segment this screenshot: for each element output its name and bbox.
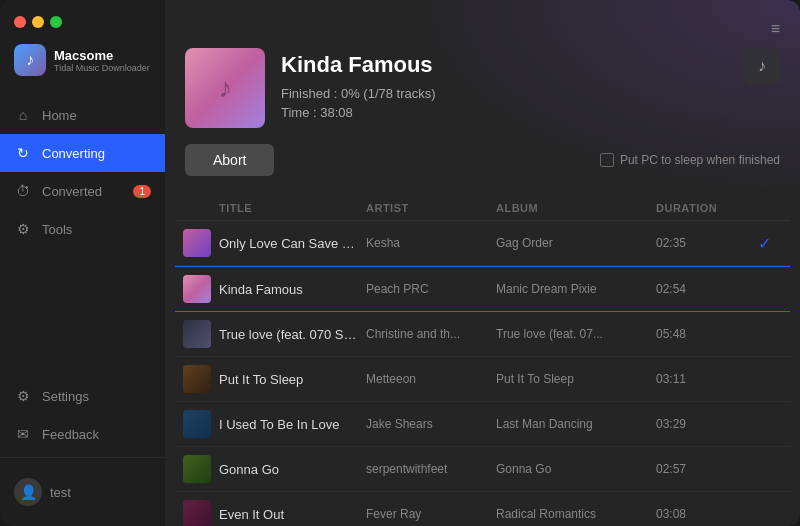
- track-thumb: [183, 500, 211, 526]
- sidebar: ♪ Macsome Tidal Music Downloader ⌂ Home …: [0, 0, 165, 526]
- track-album: Manic Dream Pixie: [496, 282, 656, 296]
- sidebar-item-converted-label: Converted: [42, 184, 102, 199]
- tools-icon: ⚙: [14, 220, 32, 238]
- user-avatar: 👤: [14, 478, 42, 506]
- sidebar-item-converting-label: Converting: [42, 146, 105, 161]
- track-artist: Peach PRC: [366, 282, 496, 296]
- album-actions: ♪: [744, 48, 780, 84]
- track-title: Put It To Sleep: [219, 372, 366, 387]
- track-table: TITLE ARTIST ALBUM DURATION Only Love Ca…: [165, 196, 800, 526]
- track-thumb: [183, 365, 211, 393]
- close-button[interactable]: [14, 16, 26, 28]
- sidebar-item-tools[interactable]: ⚙ Tools: [0, 210, 165, 248]
- col-album: ALBUM: [496, 202, 656, 214]
- sidebar-item-home-label: Home: [42, 108, 77, 123]
- col-status: [746, 202, 782, 214]
- album-title: Kinda Famous: [281, 52, 728, 78]
- track-artist: serpentwithfeet: [366, 462, 496, 476]
- track-duration: 03:08: [656, 507, 746, 521]
- sidebar-item-settings[interactable]: ⚙ Settings: [0, 377, 165, 415]
- home-icon: ⌂: [14, 106, 32, 124]
- sidebar-bottom: 👤 test: [0, 457, 165, 526]
- track-duration: 05:48: [656, 327, 746, 341]
- tracks-container: Only Love Can Save Us Now Kesha Gag Orde…: [175, 221, 790, 526]
- note-icon: ♪: [758, 57, 766, 75]
- feedback-icon: ✉: [14, 425, 32, 443]
- sidebar-item-home[interactable]: ⌂ Home: [0, 96, 165, 134]
- table-row[interactable]: Only Love Can Save Us Now Kesha Gag Orde…: [175, 221, 790, 266]
- track-title: Even It Out: [219, 507, 366, 522]
- menu-icon[interactable]: ≡: [771, 20, 780, 38]
- track-album: Radical Romantics: [496, 507, 656, 521]
- sleep-option: Put PC to sleep when finished: [600, 153, 780, 167]
- table-row[interactable]: Kinda Famous Peach PRC Manic Dream Pixie…: [175, 266, 790, 312]
- minimize-button[interactable]: [32, 16, 44, 28]
- table-row[interactable]: Even It Out Fever Ray Radical Romantics …: [175, 492, 790, 526]
- table-row[interactable]: I Used To Be In Love Jake Shears Last Ma…: [175, 402, 790, 447]
- track-thumb: [183, 455, 211, 483]
- track-artist: Jake Shears: [366, 417, 496, 431]
- sidebar-item-feedback[interactable]: ✉ Feedback: [0, 415, 165, 453]
- converted-icon: ⏱: [14, 182, 32, 200]
- user-item[interactable]: 👤 test: [0, 468, 165, 516]
- track-thumb: [183, 275, 211, 303]
- user-name: test: [50, 485, 71, 500]
- col-artist: ARTIST: [366, 202, 496, 214]
- traffic-lights: [0, 0, 165, 38]
- sidebar-item-tools-label: Tools: [42, 222, 72, 237]
- track-title: I Used To Be In Love: [219, 417, 366, 432]
- track-title: Only Love Can Save Us Now: [219, 236, 366, 251]
- table-row[interactable]: Put It To Sleep Metteeon Put It To Sleep…: [175, 357, 790, 402]
- track-duration: 02:35: [656, 236, 746, 250]
- controls-row: Abort Put PC to sleep when finished: [185, 144, 780, 176]
- track-thumb: [183, 229, 211, 257]
- track-title: True love (feat. 070 Shake): [219, 327, 366, 342]
- track-duration: 03:11: [656, 372, 746, 386]
- col-duration: DURATION: [656, 202, 746, 214]
- nav-section: ⌂ Home ↻ Converting ⏱ Converted 1 ⚙ Tool…: [0, 92, 165, 457]
- track-thumb: [183, 320, 211, 348]
- main-content: ≡ ♪ Kinda Famous Finished : 0% (1/78 tra…: [165, 0, 800, 526]
- track-album: Put It To Sleep: [496, 372, 656, 386]
- track-album: Gonna Go: [496, 462, 656, 476]
- sidebar-item-converted[interactable]: ⏱ Converted 1: [0, 172, 165, 210]
- top-bar: ≡: [185, 20, 780, 38]
- settings-icon: ⚙: [14, 387, 32, 405]
- table-header: TITLE ARTIST ALBUM DURATION: [175, 196, 790, 221]
- col-title: TITLE: [219, 202, 366, 214]
- converting-icon: ↻: [14, 144, 32, 162]
- col-thumb: [183, 202, 219, 214]
- album-art: ♪: [185, 48, 265, 128]
- album-row: ♪ Kinda Famous Finished : 0% (1/78 track…: [185, 48, 780, 128]
- track-thumb: [183, 410, 211, 438]
- track-album: True love (feat. 07...: [496, 327, 656, 341]
- brand-icon: ♪: [14, 44, 46, 76]
- sidebar-item-converting[interactable]: ↻ Converting: [0, 134, 165, 172]
- sleep-label: Put PC to sleep when finished: [620, 153, 780, 167]
- sidebar-item-settings-label: Settings: [42, 389, 89, 404]
- header-section: ≡ ♪ Kinda Famous Finished : 0% (1/78 tra…: [165, 0, 800, 196]
- sidebar-item-feedback-label: Feedback: [42, 427, 99, 442]
- brand: ♪ Macsome Tidal Music Downloader: [0, 38, 165, 92]
- track-album: Gag Order: [496, 236, 656, 250]
- brand-subtitle: Tidal Music Downloader: [54, 63, 150, 73]
- track-status: ✓: [746, 234, 782, 253]
- track-duration: 02:54: [656, 282, 746, 296]
- album-progress: Finished : 0% (1/78 tracks): [281, 86, 728, 101]
- track-duration: 03:29: [656, 417, 746, 431]
- track-artist: Christine and th...: [366, 327, 496, 341]
- track-artist: Kesha: [366, 236, 496, 250]
- track-duration: 02:57: [656, 462, 746, 476]
- sleep-checkbox[interactable]: [600, 153, 614, 167]
- maximize-button[interactable]: [50, 16, 62, 28]
- track-title: Gonna Go: [219, 462, 366, 477]
- table-row[interactable]: Gonna Go serpentwithfeet Gonna Go 02:57: [175, 447, 790, 492]
- track-artist: Metteeon: [366, 372, 496, 386]
- album-info: Kinda Famous Finished : 0% (1/78 tracks)…: [281, 48, 728, 120]
- check-icon: ✓: [758, 234, 771, 253]
- converted-badge: 1: [133, 185, 151, 198]
- track-title: Kinda Famous: [219, 282, 366, 297]
- table-row[interactable]: True love (feat. 070 Shake) Christine an…: [175, 312, 790, 357]
- abort-button[interactable]: Abort: [185, 144, 274, 176]
- track-artist: Fever Ray: [366, 507, 496, 521]
